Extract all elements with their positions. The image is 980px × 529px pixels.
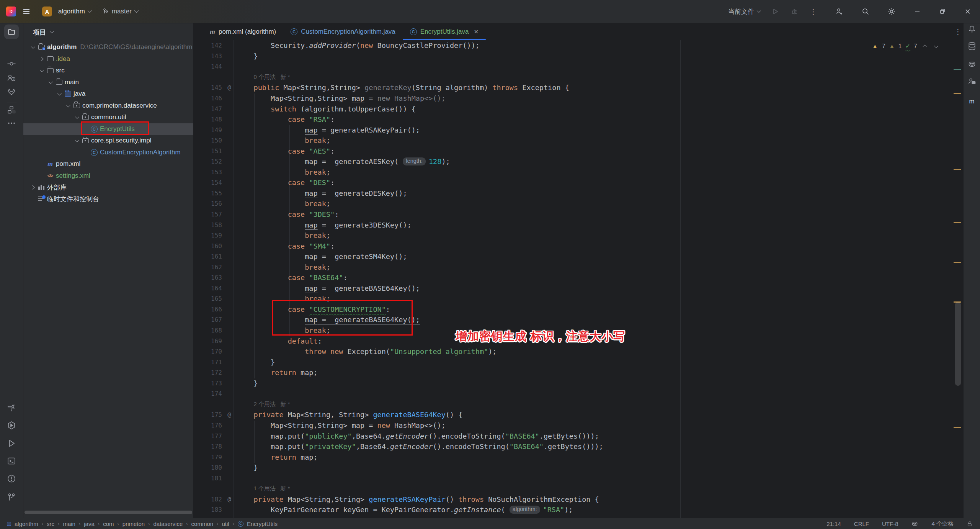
pull-requests-tool-button[interactable]: ?	[7, 74, 16, 85]
line-number[interactable]: 180	[193, 464, 222, 471]
project-panel-header[interactable]: 项目	[33, 28, 53, 37]
build-tool-button[interactable]	[7, 403, 16, 414]
line-number[interactable]: 152	[193, 158, 222, 165]
ai-robot-icon[interactable]	[911, 520, 918, 527]
line-number[interactable]: 166	[193, 306, 222, 313]
line-number[interactable]: 144	[193, 63, 222, 70]
line-number[interactable]: 150	[193, 137, 222, 144]
code-line-142[interactable]: 142 Security.addProvider(new BouncyCastl…	[193, 40, 963, 51]
line-number[interactable]: 148	[193, 116, 222, 123]
code-line-148[interactable]: 148 case "RSA":	[193, 114, 963, 125]
line-number[interactable]: 171	[193, 359, 222, 366]
main-menu-icon[interactable]	[22, 7, 31, 16]
line-number[interactable]: 182	[193, 496, 222, 503]
breadcrumb-item[interactable]: com	[103, 521, 114, 527]
terminal-tool-button[interactable]	[7, 457, 16, 468]
run-tool-button[interactable]	[7, 439, 16, 450]
tab-close-icon[interactable]: ✕	[474, 28, 479, 35]
debug-bug-icon[interactable]	[791, 8, 798, 15]
line-number[interactable]: 146	[193, 95, 222, 102]
code-line-157[interactable]: 157 case "3DES":	[193, 209, 963, 220]
close-icon[interactable]	[964, 8, 972, 15]
line-number[interactable]: 157	[193, 211, 222, 218]
previous-problem-icon[interactable]	[923, 44, 927, 49]
code-line-156[interactable]: 156 break;	[193, 198, 963, 209]
code-line-181[interactable]: 181	[193, 473, 963, 483]
line-number[interactable]: 156	[193, 200, 222, 207]
gitlab-tool-button[interactable]	[7, 88, 16, 99]
code-line-183[interactable]: 183 KeyPairGenerator keyGen = KeyPairGen…	[193, 504, 963, 515]
code-line-153[interactable]: 153 break;	[193, 167, 963, 178]
tree-item--[interactable]: 外部库	[23, 182, 193, 193]
unlock-icon[interactable]	[967, 521, 973, 527]
problems-tool-button[interactable]	[7, 474, 16, 485]
line-number[interactable]: 163	[193, 274, 222, 281]
maximize-icon[interactable]	[939, 8, 946, 15]
line-number[interactable]: 167	[193, 316, 222, 323]
line-number[interactable]: 142	[193, 42, 222, 49]
line-number[interactable]: 151	[193, 147, 222, 155]
tree-item-main[interactable]: main	[23, 77, 193, 88]
tree-item-algorithm[interactable]: algorithmD:\Git\GRCM\GS\dataengine\algor…	[23, 41, 193, 53]
line-number[interactable]: 170	[193, 348, 222, 355]
tree-expander[interactable]	[37, 69, 46, 72]
tree-item--idea[interactable]: .idea	[23, 53, 193, 65]
code-line-147[interactable]: 147 switch (algorithm.toUpperCase()) {	[193, 103, 963, 114]
tree-item-settings-xml[interactable]: </>settings.xml	[23, 170, 193, 182]
tree-expander[interactable]	[28, 186, 37, 189]
code-inlay-line[interactable]: 2 个用法 新 *	[193, 399, 963, 410]
line-number[interactable]: 178	[193, 443, 222, 450]
tree-item-src[interactable]: src	[23, 65, 193, 77]
code-line-161[interactable]: 161 map = generateSM4Key();	[193, 251, 963, 262]
add-user-icon[interactable]	[835, 7, 844, 16]
code-line-175[interactable]: 175@ private Map<String, String> generat…	[193, 409, 963, 420]
line-number[interactable]: 173	[193, 380, 222, 387]
line-number[interactable]: 176	[193, 422, 222, 429]
gutter-annotation-icon[interactable]: @	[222, 411, 237, 418]
structure-tool-button[interactable]	[7, 105, 16, 116]
search-icon[interactable]	[861, 7, 870, 16]
kebab-menu-icon[interactable]: ⋮	[810, 7, 817, 16]
line-number[interactable]: 161	[193, 253, 222, 260]
line-number[interactable]: 149	[193, 126, 222, 134]
tab-options-kebab-icon[interactable]: ⋮	[954, 27, 962, 36]
tree-item-customencryptionalgorithm[interactable]: CCustomEncryptionAlgorithm	[23, 147, 193, 159]
commit-tool-button[interactable]	[7, 59, 16, 70]
inspections-widget[interactable]: ▲! 7 ▲ 1 ✓ 7	[872, 43, 937, 50]
line-number[interactable]: 179	[193, 454, 222, 461]
line-number[interactable]: 153	[193, 169, 222, 176]
breadcrumb-item[interactable]: dataservice	[154, 521, 183, 527]
code-line-176[interactable]: 176 Map<String,String> map = new HashMap…	[193, 420, 963, 431]
line-number[interactable]: 158	[193, 221, 222, 229]
gutter-annotation-icon[interactable]: @	[222, 84, 237, 91]
stripe-mark[interactable]	[954, 169, 961, 170]
breadcrumb-item[interactable]: src	[47, 521, 54, 527]
line-number[interactable]: 168	[193, 327, 222, 334]
code-line-150[interactable]: 150 break;	[193, 135, 963, 146]
breadcrumb-item[interactable]: algorithm	[15, 521, 38, 527]
code-line-152[interactable]: 152 map = generateAESKey( length:128);	[193, 156, 963, 167]
breadcrumb-item[interactable]: common	[191, 521, 214, 527]
line-number[interactable]: 154	[193, 179, 222, 186]
tree-item-core-spi-security-impl[interactable]: core.spi.security.impl	[23, 135, 193, 147]
line-number[interactable]: 147	[193, 105, 222, 113]
editor-vertical-scrollbar[interactable]	[955, 302, 961, 386]
maven-tool-button[interactable]: m	[969, 98, 974, 105]
stripe-mark[interactable]	[954, 93, 961, 94]
code-line-151[interactable]: 151 case "AES":	[193, 146, 963, 156]
services-tool-button[interactable]	[7, 421, 16, 432]
code-line-149[interactable]: 149 map = generateRSAKeyPair();	[193, 124, 963, 135]
code-line-143[interactable]: 143 }	[193, 51, 963, 62]
tree-expander[interactable]	[54, 92, 63, 95]
tree-item-pom-xml[interactable]: mpom.xml	[23, 158, 193, 170]
tree-expander[interactable]	[72, 116, 81, 119]
stripe-mark[interactable]	[954, 427, 961, 428]
code-line-170[interactable]: 170 throw new Exception("Unsupported alg…	[193, 346, 963, 357]
editor-tab[interactable]: CEncryptUtils.java✕	[403, 23, 486, 40]
stripe-mark[interactable]	[954, 262, 961, 263]
notifications-bell-icon[interactable]	[967, 25, 976, 35]
tree-expander[interactable]	[28, 46, 37, 49]
line-number[interactable]: 172	[193, 369, 222, 376]
line-number[interactable]: 145	[193, 84, 222, 91]
editor-tab[interactable]: CCustomEncryptionAlgorithm.java	[283, 23, 403, 40]
